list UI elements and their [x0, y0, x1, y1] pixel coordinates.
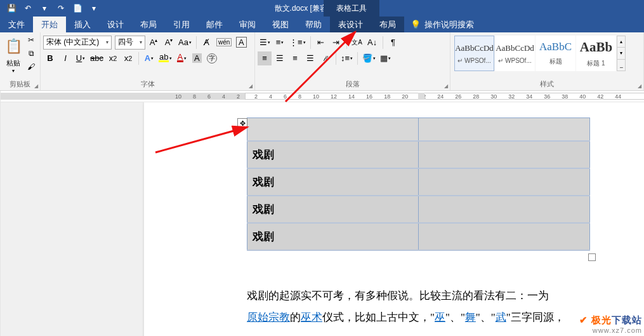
document-table[interactable]: 戏剧 戏剧 戏剧 戏剧 [247, 118, 590, 251]
redo-button[interactable]: ↷ [53, 1, 69, 15]
italic-button[interactable]: I [58, 51, 72, 65]
numbering-button[interactable]: ≡▾ [273, 36, 287, 50]
decrease-indent-button[interactable]: ⇤ [314, 36, 328, 50]
increase-indent-button[interactable]: ⇥ [329, 36, 343, 50]
table-cell[interactable] [419, 223, 590, 250]
bullets-button[interactable]: ☰▾ [258, 36, 272, 50]
borders-button[interactable]: ▦▾ [378, 51, 392, 65]
scissors-icon: ✂ [28, 36, 34, 44]
superscript-button[interactable]: x2 [121, 51, 135, 65]
align-left-button[interactable]: ≡ [258, 51, 272, 65]
align-center-button[interactable]: ☰ [273, 51, 287, 65]
gallery-scroll[interactable]: ▴▾⎯ [617, 36, 626, 71]
table-row: 戏剧 [247, 141, 590, 168]
enclose-char-button[interactable]: 字 [205, 51, 219, 65]
group-clipboard: 📋 粘贴 ▾ ✂ ⧉ 🖌 剪贴板◢ [0, 32, 41, 90]
tab-table-design[interactable]: 表设计 [330, 17, 371, 32]
tell-me-label: 操作说明搜索 [424, 19, 474, 30]
table-resize-handle[interactable] [588, 253, 596, 261]
tab-review[interactable]: 审阅 [231, 17, 264, 32]
paste-button[interactable]: 📋 粘贴 ▾ [2, 34, 25, 79]
clear-format-button[interactable]: A̸ [200, 36, 214, 50]
style-title[interactable]: AaBbC 标题 [536, 36, 575, 71]
font-name-combo[interactable]: 宋体 (中文正文)▾ [43, 36, 112, 50]
link-witchcraft[interactable]: 巫术 [301, 311, 322, 323]
tab-table-layout[interactable]: 布局 [371, 17, 404, 32]
sort-button[interactable]: A↓ [365, 36, 379, 50]
font-color-button[interactable]: A▾ [174, 51, 188, 65]
link-religion[interactable]: 原始宗教 [247, 311, 290, 323]
font-size-combo[interactable]: 四号▾ [115, 36, 145, 50]
table-cell[interactable]: 戏剧 [247, 141, 419, 168]
text-direction-button[interactable]: 文A [350, 36, 364, 50]
style-wpsof2[interactable]: AaBbCcDd ↵ WPSOf... [495, 36, 535, 71]
phonetic-guide-button[interactable]: wén [215, 36, 233, 50]
change-case-button[interactable]: Aa▾ [177, 36, 193, 50]
table-cell[interactable]: 戏剧 [247, 168, 419, 196]
char-border-button[interactable]: A [234, 36, 248, 50]
highlight-button[interactable]: ab▾ [157, 51, 173, 65]
style-heading1[interactable]: AaBb 标题 1 [576, 36, 616, 71]
table-cell[interactable] [419, 141, 590, 168]
shading-button[interactable]: 🪣▾ [361, 51, 377, 65]
subscript-button[interactable]: x2 [106, 51, 120, 65]
show-marks-button[interactable]: ¶ [386, 36, 400, 50]
tab-view[interactable]: 视图 [264, 17, 297, 32]
group-font: 宋体 (中文正文)▾ 四号▾ A▴ A▾ Aa▾ A̸ wén A B I U▾… [41, 32, 255, 90]
char-shading-button[interactable]: A [190, 51, 204, 65]
bold-button[interactable]: B [43, 51, 57, 65]
dialog-launcher-icon[interactable]: ◢ [34, 83, 38, 89]
style-gallery: AaBbCcDd ↵ WPSOf... AaBbCcDd ↵ WPSOf... … [450, 32, 643, 71]
tell-me-search[interactable]: 💡 操作说明搜索 [404, 17, 474, 32]
justify-button[interactable]: ☰ [303, 51, 317, 65]
link-wu[interactable]: 巫 [435, 311, 445, 323]
watermark: ✔ 极光下载站 www.xz7.com [579, 314, 642, 334]
table-cell[interactable] [419, 118, 590, 141]
link-dance[interactable]: 舞 [465, 311, 476, 323]
tab-references[interactable]: 引用 [165, 17, 198, 32]
horizontal-ruler[interactable]: 108642 246810121416182022242628303234363… [1, 91, 644, 102]
distributed-button[interactable]: ⫽ [319, 51, 332, 65]
strike-button[interactable]: abc [89, 51, 105, 65]
table-cell[interactable] [247, 118, 419, 141]
shrink-font-button[interactable]: A▾ [162, 36, 176, 50]
tab-home[interactable]: 开始 [33, 17, 66, 32]
table-row: 戏剧 [247, 196, 590, 223]
brush-icon: 🖌 [27, 62, 35, 71]
table-row [247, 118, 590, 141]
new-doc-button[interactable]: 📄 [70, 1, 85, 15]
qat-customize[interactable]: ▾ [86, 1, 102, 15]
format-painter-button[interactable]: 🖌 [25, 61, 37, 72]
tab-file[interactable]: 文件 [0, 17, 33, 32]
page: ✥ 戏剧 戏剧 戏剧 戏剧 戏剧的起源实不可考，有多种假说。比较主流的看法有二：… [144, 102, 644, 336]
table-cell[interactable] [419, 168, 590, 196]
dialog-launcher-icon[interactable]: ◢ [444, 83, 448, 89]
multilevel-button[interactable]: ⋮≡▾ [288, 36, 307, 50]
dialog-launcher-icon[interactable]: ◢ [249, 83, 253, 89]
text-effects-button[interactable]: A▾ [142, 51, 156, 65]
clipboard-icon: 📋 [4, 36, 22, 57]
ribbon: 📋 粘贴 ▾ ✂ ⧉ 🖌 剪贴板◢ 宋体 (中文正文)▾ 四号▾ A▴ A▾ A… [0, 32, 644, 91]
link-wu2[interactable]: 武 [496, 311, 506, 323]
table-cell[interactable] [419, 196, 590, 223]
underline-button[interactable]: U▾ [74, 51, 88, 65]
cut-button[interactable]: ✂ [25, 34, 37, 46]
qat-dd1[interactable]: ▾ [37, 1, 52, 15]
tab-design[interactable]: 设计 [99, 17, 132, 32]
document-canvas[interactable]: ✥ 戏剧 戏剧 戏剧 戏剧 戏剧的起源实不可考，有多种假说。比较主流的看法有二：… [1, 102, 644, 336]
dialog-launcher-icon[interactable]: ◢ [638, 83, 641, 89]
align-right-button[interactable]: ≡ [288, 51, 302, 65]
tab-insert[interactable]: 插入 [66, 17, 99, 32]
tab-help[interactable]: 帮助 [297, 17, 330, 32]
table-move-handle[interactable]: ✥ [237, 118, 247, 128]
style-wpsof1[interactable]: AaBbCcDd ↵ WPSOf... [454, 36, 494, 71]
table-cell[interactable]: 戏剧 [247, 223, 419, 250]
tab-layout[interactable]: 布局 [132, 17, 165, 32]
table-cell[interactable]: 戏剧 [247, 196, 419, 223]
line-spacing-button[interactable]: ↕≡▾ [339, 51, 354, 65]
tab-mailings[interactable]: 邮件 [198, 17, 231, 32]
grow-font-button[interactable]: A▴ [147, 36, 161, 50]
undo-button[interactable]: ↶ [20, 1, 36, 15]
copy-button[interactable]: ⧉ [25, 48, 37, 59]
save-button[interactable]: 💾 [4, 1, 19, 15]
